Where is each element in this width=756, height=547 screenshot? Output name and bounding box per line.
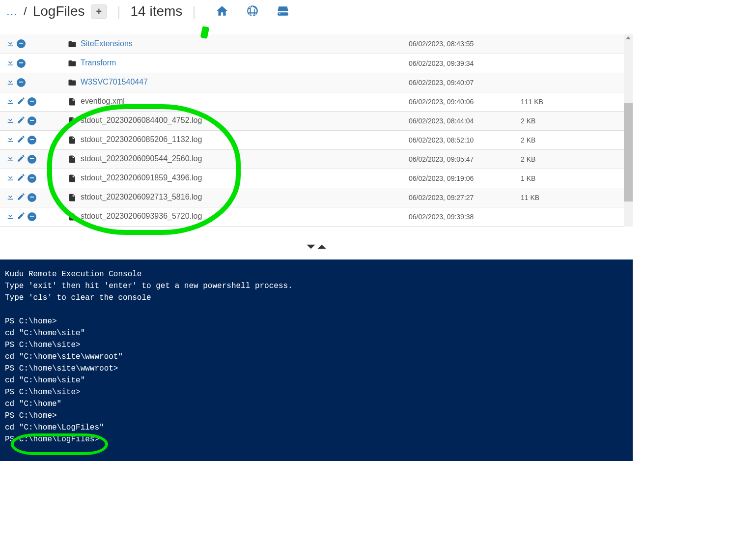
download-icon[interactable] xyxy=(6,39,15,49)
breadcrumb-current: LogFiles xyxy=(33,3,85,19)
file-table: −SiteExtensions06/02/2023, 08:43:55−Tran… xyxy=(0,34,624,227)
item-name[interactable]: Transform xyxy=(81,58,116,67)
edit-icon[interactable] xyxy=(17,173,26,183)
panel-resize-handle[interactable] xyxy=(0,242,633,253)
item-size xyxy=(516,34,624,54)
download-icon[interactable] xyxy=(6,154,15,164)
download-icon[interactable] xyxy=(6,192,15,202)
delete-icon[interactable]: − xyxy=(28,136,36,144)
item-date: 06/02/2023, 08:52:10 xyxy=(404,130,516,149)
item-size: 1 KB xyxy=(516,169,624,188)
table-row: −stdout_20230206092713_5816.log06/02/202… xyxy=(0,188,624,207)
item-size: 2 KB xyxy=(516,111,624,130)
delete-icon[interactable]: − xyxy=(28,193,36,202)
divider: | xyxy=(117,3,120,19)
item-date: 06/02/2023, 08:43:55 xyxy=(404,34,516,54)
folder-icon xyxy=(68,40,77,49)
table-row: −Transform06/02/2023, 09:39:34 xyxy=(0,54,624,73)
item-size: 111 KB xyxy=(516,92,624,111)
item-date: 06/02/2023, 09:05:47 xyxy=(404,149,516,169)
scrollbar[interactable] xyxy=(624,34,633,227)
breadcrumb-parent[interactable]: … xyxy=(6,4,18,18)
item-date: 06/02/2023, 09:39:38 xyxy=(404,207,516,226)
download-icon[interactable] xyxy=(6,58,15,68)
download-icon[interactable] xyxy=(6,115,15,126)
item-name: stdout_20230206091859_4396.log xyxy=(81,173,202,182)
breadcrumb-separator: / xyxy=(24,4,27,18)
item-name[interactable]: W3SVC701540447 xyxy=(81,78,148,86)
file-icon xyxy=(68,116,77,125)
delete-icon[interactable]: − xyxy=(28,97,36,106)
new-item-button[interactable]: + xyxy=(91,4,108,19)
item-size: 2 KB xyxy=(516,130,624,149)
file-icon xyxy=(68,97,77,106)
item-date: 06/02/2023, 09:27:27 xyxy=(404,188,516,207)
item-date: 06/02/2023, 08:44:04 xyxy=(404,111,516,130)
edit-icon[interactable] xyxy=(17,96,26,107)
delete-icon[interactable]: − xyxy=(17,59,26,68)
file-icon xyxy=(68,155,77,164)
table-row: −SiteExtensions06/02/2023, 08:43:55 xyxy=(0,34,624,54)
table-row: −stdout_20230206091859_4396.log06/02/202… xyxy=(0,169,624,188)
scroll-thumb[interactable] xyxy=(624,103,633,202)
toolbar: … / LogFiles + | 14 items | xyxy=(0,0,633,23)
folder-icon xyxy=(68,78,77,87)
disk-icon[interactable] xyxy=(277,4,289,19)
delete-icon[interactable]: − xyxy=(28,155,36,164)
item-size xyxy=(516,73,624,92)
item-name: stdout_20230206090544_2560.log xyxy=(81,154,202,163)
file-icon xyxy=(68,174,77,183)
table-row: −stdout_20230206084400_4752.log06/02/202… xyxy=(0,111,624,130)
edit-icon[interactable] xyxy=(17,115,26,126)
file-icon xyxy=(68,193,77,202)
item-name: stdout_20230206093936_5720.log xyxy=(81,212,202,220)
delete-icon[interactable]: − xyxy=(28,212,36,221)
item-name: stdout_20230206084400_4752.log xyxy=(81,116,202,124)
console[interactable]: Kudu Remote Execution Console Type 'exit… xyxy=(0,259,633,461)
globe-icon[interactable] xyxy=(246,4,259,19)
item-size: 11 KB xyxy=(516,188,624,207)
delete-icon[interactable]: − xyxy=(28,174,36,183)
delete-icon[interactable]: − xyxy=(28,116,36,125)
item-date: 06/02/2023, 09:40:06 xyxy=(404,92,516,111)
item-size xyxy=(516,54,624,73)
item-size xyxy=(516,207,624,226)
download-icon[interactable] xyxy=(6,211,15,222)
item-name: stdout_20230206085206_1132.log xyxy=(81,135,202,144)
table-row: −stdout_20230206090544_2560.log06/02/202… xyxy=(0,149,624,169)
download-icon[interactable] xyxy=(6,173,15,183)
item-name[interactable]: SiteExtensions xyxy=(81,39,133,48)
download-icon[interactable] xyxy=(6,135,15,145)
item-name: eventlog.xml xyxy=(81,97,125,105)
file-icon xyxy=(68,212,77,221)
item-date: 06/02/2023, 09:19:06 xyxy=(404,169,516,188)
edit-icon[interactable] xyxy=(17,192,26,202)
file-icon xyxy=(68,136,77,144)
delete-icon[interactable]: − xyxy=(17,39,26,48)
item-name: stdout_20230206092713_5816.log xyxy=(81,193,202,201)
edit-icon[interactable] xyxy=(17,211,26,222)
download-icon[interactable] xyxy=(6,77,15,87)
download-icon[interactable] xyxy=(6,96,15,107)
home-icon[interactable] xyxy=(216,4,228,19)
divider: | xyxy=(192,3,196,19)
table-row: −W3SVC70154044706/02/2023, 09:40:07 xyxy=(0,73,624,92)
table-row: −stdout_20230206093936_5720.log06/02/202… xyxy=(0,207,624,226)
item-date: 06/02/2023, 09:39:34 xyxy=(404,54,516,73)
item-size: 2 KB xyxy=(516,149,624,169)
table-row: −eventlog.xml06/02/2023, 09:40:06111 KB xyxy=(0,92,624,111)
item-date: 06/02/2023, 09:40:07 xyxy=(404,73,516,92)
item-count: 14 items xyxy=(130,3,182,19)
edit-icon[interactable] xyxy=(17,135,26,145)
delete-icon[interactable]: − xyxy=(17,78,26,87)
scroll-up-icon[interactable] xyxy=(626,36,631,39)
edit-icon[interactable] xyxy=(17,154,26,164)
folder-icon xyxy=(68,59,77,68)
table-row: −stdout_20230206085206_1132.log06/02/202… xyxy=(0,130,624,149)
